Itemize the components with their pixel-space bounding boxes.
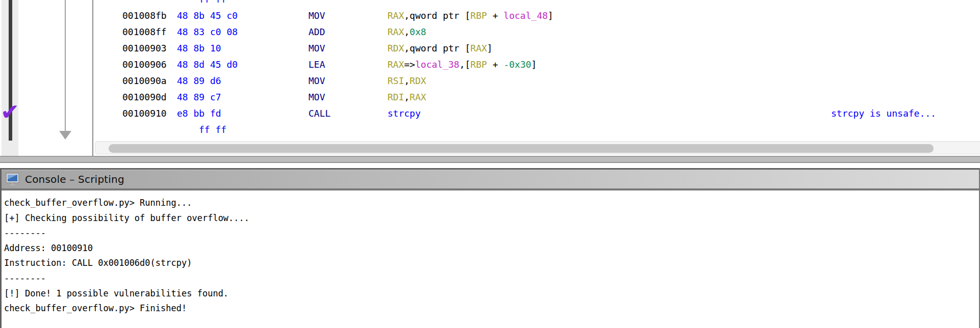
- address-cell: 001008ff: [122, 24, 167, 40]
- mnemonic-cell: MOV: [308, 40, 325, 57]
- console-title-bar[interactable]: Console – Scripting: [2, 170, 979, 190]
- operand-token-register: RBP: [471, 59, 487, 70]
- bytes-cell: 48 89 c7: [177, 89, 221, 105]
- console-line: [+] Checking possibility of buffer overf…: [4, 211, 979, 226]
- console-panel: Console – Scripting check_buffer_overflo…: [0, 168, 980, 328]
- bytes-cell: ff ff: [199, 122, 226, 138]
- operand-token-plain: ]: [548, 10, 553, 21]
- bytes-cell: 48 83 c0 08: [177, 24, 238, 40]
- operands-cell: RSI,RDX: [388, 73, 426, 89]
- operand-token-register: RBP: [471, 10, 487, 21]
- operand-token-plain: ,: [404, 43, 410, 53]
- checkmark-icon[interactable]: ✔: [1, 100, 21, 124]
- mnemonic-cell: MOV: [308, 8, 325, 24]
- operand-token-variable: local_48: [504, 10, 548, 21]
- operand-token-variable: local_38: [415, 59, 459, 70]
- console-line: Address: 00100910: [4, 241, 979, 256]
- flow-line: [65, 0, 66, 131]
- operand-token-register: RAX: [388, 59, 404, 70]
- operands-cell: RDI,RAX: [388, 89, 426, 105]
- operand-token-register: RAX: [388, 26, 404, 37]
- operand-token-plain: qword ptr [: [409, 43, 470, 53]
- eol-comment: strcpy is unsafe...: [831, 105, 936, 122]
- address-cell: 0010090a: [122, 73, 167, 89]
- operands-cell: RAX,qword ptr [RBP + local_48]: [388, 8, 553, 24]
- operand-token-plain: ,[: [459, 59, 471, 70]
- disassembly-row[interactable]: ff ff: [93, 122, 980, 138]
- mnemonic-cell: MOV: [308, 89, 325, 105]
- console-line: check_buffer_overflow.py> Running...: [4, 196, 979, 211]
- monitor-icon: [6, 173, 19, 186]
- disassembly-row[interactable]: 0010090348 8b 10MOVRDX,qword ptr [RAX]: [93, 40, 980, 57]
- operand-token-register: RDX: [409, 75, 426, 86]
- bytes-cell: 48 8b 45 c0: [177, 8, 238, 24]
- operand-token-register: RDX: [388, 43, 404, 53]
- bytes-cell: 48 8b 10: [177, 40, 221, 57]
- operands-cell: strcpy: [388, 105, 421, 122]
- listing-panel: ✔ ff ff001008fb48 8b 45 c0MOVRAX,qword p…: [0, 0, 980, 157]
- operand-token-register: RDI: [388, 92, 404, 102]
- address-cell: 00100906: [122, 57, 167, 73]
- horizontal-scrollbar-thumb[interactable]: [109, 144, 934, 153]
- operand-token-plain: =>: [404, 59, 416, 70]
- bytes-cell: ff ff: [199, 0, 226, 8]
- operands-cell: RDX,qword ptr [RAX]: [388, 40, 493, 57]
- operand-token-register: RAX: [471, 43, 487, 53]
- operand-token-plain: +: [487, 10, 504, 21]
- disassembly-row[interactable]: 0010090a48 89 d6MOVRSI,RDX: [93, 73, 980, 89]
- mnemonic-cell: LEA: [308, 57, 325, 73]
- console-line: [!] Done! 1 possible vulnerabilities fou…: [4, 286, 979, 302]
- flow-arrow-down-icon: [59, 131, 71, 140]
- mnemonic-cell: ADD: [308, 24, 325, 40]
- disassembly-row[interactable]: 0010090d48 89 c7MOVRDI,RAX: [93, 89, 980, 105]
- address-cell: 00100903: [122, 40, 167, 57]
- address-cell: 001008fb: [122, 8, 167, 24]
- mnemonic-cell: CALL: [308, 105, 330, 122]
- console-line: --------: [4, 271, 979, 286]
- address-cell: 0010090d: [122, 89, 167, 105]
- horizontal-scrollbar[interactable]: [95, 141, 980, 154]
- bytes-cell: 48 89 d6: [177, 73, 221, 89]
- console-title: Console – Scripting: [25, 173, 124, 185]
- operand-token-plain: +: [487, 59, 504, 70]
- disassembly-row[interactable]: 0010090648 8d 45 d0LEARAX=>local_38,[RBP…: [93, 57, 980, 73]
- panel-splitter[interactable]: [0, 157, 980, 162]
- disassembly-row[interactable]: 001008ff48 83 c0 08ADDRAX,0x8: [93, 24, 980, 40]
- operands-cell: RAX=>local_38,[RBP + -0x30]: [388, 57, 537, 73]
- bytes-cell: e8 bb fd: [177, 105, 221, 122]
- disassembly-row[interactable]: 00100910e8 bb fdCALLstrcpystrcpy is unsa…: [93, 105, 980, 122]
- operand-token-register: RAX: [388, 10, 404, 21]
- ghidra-workspace: { "colors": { "address": "#000000", "byt…: [0, 0, 980, 328]
- disassembly-row-partial[interactable]: ff ff: [93, 0, 980, 8]
- operands-cell: RAX,0x8: [388, 24, 426, 40]
- operand-token-plain: ]: [531, 59, 537, 70]
- bytes-cell: 48 8d 45 d0: [177, 57, 238, 73]
- operand-token-plain: ]: [487, 43, 493, 53]
- operand-token-function: strcpy: [388, 108, 421, 119]
- console-output[interactable]: check_buffer_overflow.py> Running...[+] …: [2, 190, 979, 328]
- operand-token-plain: ,: [404, 26, 410, 37]
- address-cell: 00100910: [122, 105, 167, 122]
- operand-token-plain: ,: [404, 10, 410, 21]
- operand-token-plain: ,: [404, 75, 410, 86]
- disassembly-row[interactable]: 001008fb48 8b 45 c0MOVRAX,qword ptr [RBP…: [93, 8, 980, 24]
- operand-token-plain: ,: [404, 92, 410, 102]
- operand-token-scalar: -0x30: [504, 59, 531, 70]
- console-line: check_buffer_overflow.py> Finished!: [4, 301, 979, 316]
- operand-token-register: RAX: [409, 92, 426, 102]
- operand-token-plain: qword ptr [: [409, 10, 470, 21]
- panel-splitter-gap: [0, 163, 980, 168]
- disassembly-listing[interactable]: ff ff001008fb48 8b 45 c0MOVRAX,qword ptr…: [93, 0, 980, 140]
- console-line: --------: [4, 226, 979, 241]
- mnemonic-cell: MOV: [308, 73, 325, 89]
- console-line: Instruction: CALL 0x001006d0(strcpy): [4, 256, 979, 271]
- operand-token-scalar: 0x8: [409, 26, 426, 37]
- operand-token-register: RSI: [388, 75, 404, 86]
